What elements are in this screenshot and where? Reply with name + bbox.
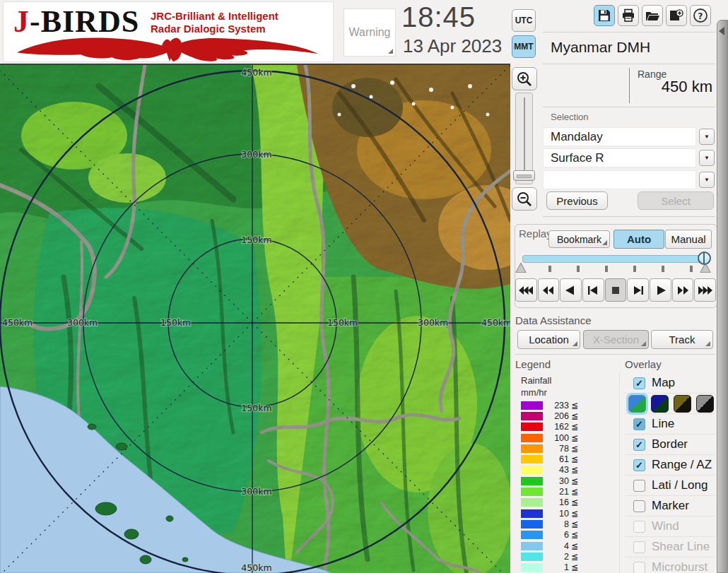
legend-lte-symbol: ≦ — [571, 465, 578, 475]
help-button[interactable]: ? — [690, 5, 711, 26]
selection-field-site[interactable]: Mandalay — [543, 127, 696, 146]
auto-mode-button[interactable]: Auto — [613, 230, 664, 249]
svg-text:300km: 300km — [241, 486, 271, 497]
replay-slider-track[interactable] — [522, 255, 708, 263]
step-forward-button[interactable] — [627, 278, 649, 302]
replay-range-start-marker[interactable] — [515, 262, 527, 273]
play-button[interactable] — [650, 278, 671, 302]
play-reverse-button[interactable] — [560, 278, 582, 302]
legend-entry: 233 ≦ — [521, 400, 585, 410]
marker-checkbox[interactable] — [633, 500, 645, 512]
overlay-row-marker: Marker — [625, 496, 715, 516]
open-folder-button[interactable] — [642, 5, 663, 26]
overlay-row-border: ✓Border — [625, 435, 715, 455]
fast-forward-2-button[interactable] — [672, 278, 694, 302]
print-icon — [621, 8, 635, 23]
map-style-olive-black[interactable] — [674, 395, 691, 413]
legend-lte-symbol: ≦ — [571, 487, 578, 497]
export-image-button[interactable] — [666, 5, 687, 26]
map-style-navy-darkgreen[interactable] — [651, 395, 669, 413]
data-assistance-label: Data Assistance — [515, 314, 592, 326]
fast-rewind-2-button[interactable] — [538, 278, 560, 302]
separator — [543, 64, 715, 64]
line-checkbox[interactable]: ✓ — [633, 418, 645, 430]
shear-line-checkbox — [633, 541, 645, 553]
overlay-row-line: ✓Line — [625, 414, 715, 435]
overlay-title: Overlay — [625, 358, 662, 370]
overlay-label: Map — [652, 376, 675, 390]
fast-forward-3-button[interactable] — [694, 278, 716, 302]
stop-button[interactable] — [605, 278, 627, 302]
fast-rewind-3-button[interactable] — [515, 278, 537, 302]
save-button[interactable] — [594, 5, 615, 26]
legend-color-swatch — [521, 531, 543, 539]
border-checkbox[interactable]: ✓ — [633, 439, 645, 451]
replay-slider-handle[interactable] — [698, 252, 711, 265]
previous-button[interactable]: Previous — [546, 191, 608, 210]
legend-entry: 162 ≦ — [521, 422, 585, 432]
utc-button[interactable]: UTC — [512, 9, 536, 32]
legend-value: 16 — [546, 497, 569, 507]
map-style-selector — [625, 394, 715, 414]
print-button[interactable] — [618, 5, 639, 26]
location-button[interactable]: Location — [517, 330, 580, 349]
track-button[interactable]: Track — [651, 330, 713, 349]
slider-tick — [605, 266, 608, 272]
map-zoom-slider-handle[interactable] — [513, 170, 535, 181]
legend-value: 1 — [546, 562, 569, 572]
fast-rewind-2-icon — [541, 285, 556, 295]
selection-dropdown-button-product[interactable]: ▼ — [699, 150, 715, 166]
fast-rewind-3-icon — [518, 285, 534, 295]
svg-text:?: ? — [698, 11, 703, 21]
microburst-checkbox — [633, 562, 645, 573]
warning-button[interactable]: Warning — [344, 8, 396, 57]
station-name: Myanmar DMH — [551, 39, 650, 56]
legend-entry: 43 ≦ — [521, 465, 585, 475]
overlay-label: Range / AZ — [652, 458, 712, 472]
stop-icon — [608, 285, 623, 295]
selection-dropdown-button-extra[interactable]: ▼ — [699, 172, 715, 188]
manual-mode-button[interactable]: Manual — [665, 230, 712, 249]
range-az-checkbox[interactable]: ✓ — [633, 459, 645, 471]
legend-entry: 10 ≦ — [521, 508, 585, 519]
selection-field-product[interactable]: Surface R — [543, 148, 696, 167]
overlay-row-lati-long: Lati / Long — [625, 475, 715, 496]
x-section-button[interactable]: X-Section — [583, 330, 649, 349]
slider-tick — [662, 266, 664, 272]
panel-collapse-strip[interactable] — [717, 20, 728, 573]
lati-long-checkbox[interactable] — [633, 480, 645, 492]
step-back-button[interactable] — [582, 278, 604, 302]
mmt-button[interactable]: MMT — [512, 35, 536, 58]
radar-map[interactable]: 450km300km150km150km300km450km450km300km… — [0, 64, 510, 573]
select-button[interactable]: Select — [638, 191, 714, 210]
legend-title: Legend — [515, 358, 551, 370]
legend-lte-symbol: ≦ — [571, 401, 578, 410]
legend-lte-symbol: ≦ — [571, 497, 578, 507]
replay-label: Replay — [519, 228, 552, 240]
map-checkbox[interactable]: ✓ — [633, 377, 645, 389]
map-style-gray-black[interactable] — [696, 395, 714, 413]
legend-color-swatch — [521, 466, 543, 474]
bookmark-button[interactable]: Bookmark — [548, 230, 610, 248]
legend-entry: 4 ≦ — [521, 540, 585, 551]
map-zoom-in-button[interactable] — [512, 67, 537, 90]
legend-value: 10 — [546, 509, 569, 519]
legend-lte-symbol: ≦ — [571, 530, 578, 540]
overlay-label: Lati / Long — [652, 478, 708, 492]
legend-value: 233 — [546, 401, 569, 410]
selection-dropdown-button-site[interactable]: ▼ — [699, 129, 715, 145]
legend-entry: 8 ≦ — [521, 519, 585, 529]
map-style-blue-green[interactable] — [628, 395, 646, 413]
svg-text:150km: 150km — [327, 317, 358, 328]
legend-unit-line1: Rainfall — [521, 375, 551, 386]
save-icon — [597, 8, 611, 23]
legend-lte-symbol: ≦ — [571, 476, 578, 486]
legend-value: 6 — [546, 530, 569, 540]
wind-checkbox — [633, 521, 645, 533]
map-zoom-out-button[interactable] — [512, 187, 537, 211]
legend-color-swatch — [521, 553, 543, 561]
clock-time: 18:45 — [401, 1, 476, 33]
overlay-label: Marker — [652, 499, 689, 513]
selection-field-extra[interactable] — [543, 170, 696, 189]
zoom-in-icon — [516, 71, 533, 88]
